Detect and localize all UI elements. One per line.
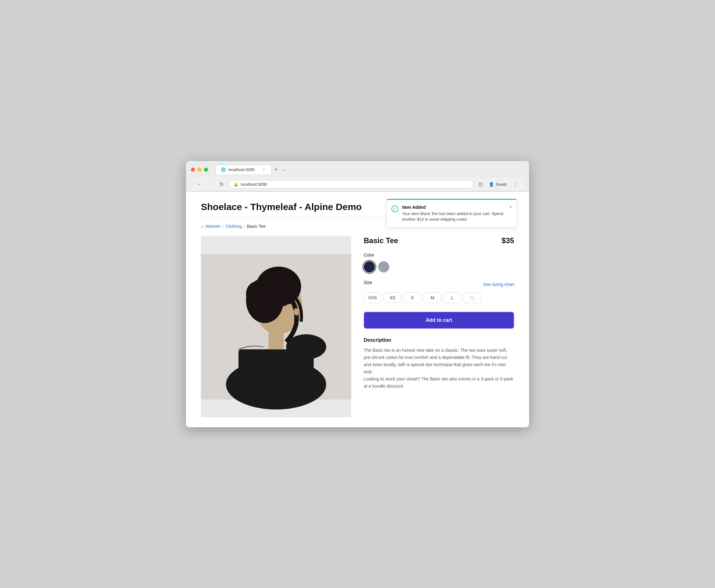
description-section: Description The Basic tee is an honest n…	[364, 337, 514, 390]
product-image	[201, 236, 351, 417]
browser-controls: 🌐 localhost:3000 × + ⌄	[191, 165, 524, 174]
description-text: The Basic tee is an honest new take on a…	[364, 347, 514, 390]
product-price: $35	[502, 236, 514, 245]
size-label: Size	[364, 280, 372, 285]
breadcrumb-home-icon: ⌂	[201, 224, 203, 229]
browser-menu-button[interactable]: ⋮	[512, 180, 519, 189]
svg-point-11	[296, 313, 298, 315]
address-lock-icon: 🔒	[233, 182, 238, 187]
nav-refresh-button[interactable]: ↻	[218, 181, 225, 188]
toast-message: Your item Black Tee has been added to yo…	[402, 211, 505, 222]
toast-check-icon: ✓	[391, 205, 398, 212]
color-label: Color	[364, 252, 514, 257]
browser-tab[interactable]: 🌐 localhost:3000 ×	[216, 165, 272, 174]
toast-close-button[interactable]: ×	[509, 205, 512, 210]
breadcrumb-separator-1: ›	[222, 224, 224, 229]
color-swatch-gray[interactable]	[378, 261, 389, 272]
toast-notification: ✓ Item Added Your item Black Tee has bee…	[386, 199, 517, 228]
address-bar[interactable]: 🔒 localhost:3000	[229, 180, 474, 189]
color-options	[364, 261, 514, 272]
browser-window: 🌐 localhost:3000 × + ⌄ ← → ↻ 🔒 localhost…	[186, 161, 529, 427]
user-icon: 👤	[489, 182, 494, 187]
browser-bookmark-button[interactable]: ⊡	[477, 180, 484, 189]
browser-actions: ⊡ 👤 Guest ⋮	[477, 180, 519, 189]
breadcrumb-clothing-link[interactable]: Clothing	[225, 224, 241, 229]
traffic-light-minimize[interactable]	[197, 168, 201, 172]
size-button-xxs[interactable]: XXS	[364, 292, 381, 303]
size-button-s[interactable]: S	[404, 292, 421, 303]
sizing-chart-link[interactable]: See sizing chart	[483, 282, 514, 287]
size-button-xl: XL	[463, 292, 481, 303]
breadcrumb-separator-2: ›	[244, 224, 245, 229]
browser-titlebar: 🌐 localhost:3000 × + ⌄ ← → ↻ 🔒 localhost…	[186, 161, 529, 192]
traffic-light-close[interactable]	[191, 168, 195, 172]
svg-point-9	[285, 304, 292, 314]
toast-content: Item Added Your item Black Tee has been …	[402, 205, 505, 222]
color-swatch-navy[interactable]	[364, 261, 375, 272]
tab-globe-icon: 🌐	[221, 167, 226, 172]
add-to-cart-button[interactable]: Add to cart	[364, 312, 514, 329]
size-options: XXS XS S M L XL	[364, 292, 514, 303]
tab-close-button[interactable]: ×	[261, 167, 266, 172]
address-url: localhost:3000	[241, 182, 267, 187]
page-content: Shoelace - Thymeleaf - Alpine Demo ⌂ Wom…	[186, 192, 529, 427]
svg-point-12	[286, 334, 326, 359]
toast-title: Item Added	[402, 205, 505, 210]
browser-user-button[interactable]: 👤 Guest	[486, 181, 509, 188]
size-button-m[interactable]: M	[424, 292, 441, 303]
product-name-row: Basic Tee $35	[364, 236, 514, 245]
svg-point-8	[251, 303, 268, 320]
breadcrumb-women-link[interactable]: Women	[205, 224, 220, 229]
user-label: Guest	[496, 182, 506, 187]
traffic-light-maximize[interactable]	[204, 168, 208, 172]
description-title: Description	[364, 337, 514, 343]
svg-point-7	[246, 281, 266, 307]
product-name: Basic Tee	[364, 236, 398, 245]
tab-title: localhost:3000	[229, 167, 255, 172]
product-layout: ✓ Item Added Your item Black Tee has bee…	[201, 236, 514, 417]
breadcrumb-current: Basic Tee	[247, 224, 265, 229]
size-button-xs[interactable]: XS	[384, 292, 401, 303]
nav-back-button[interactable]: ←	[196, 181, 203, 188]
new-tab-button[interactable]: +	[272, 166, 280, 173]
size-section: Size See sizing chart XXS XS S M L XL	[364, 280, 514, 303]
product-image-container	[201, 236, 351, 417]
color-section: Color	[364, 252, 514, 272]
browser-addressbar: ← → ↻ 🔒 localhost:3000 ⊡ 👤 Guest ⋮	[191, 177, 524, 191]
size-label-row: Size See sizing chart	[364, 280, 514, 289]
tab-bar: 🌐 localhost:3000 × + ⌄	[216, 165, 289, 174]
tab-dropdown-button[interactable]: ⌄	[280, 167, 289, 172]
size-button-l[interactable]: L	[443, 292, 461, 303]
nav-forward-button[interactable]: →	[207, 181, 215, 188]
product-info: ✓ Item Added Your item Black Tee has bee…	[364, 236, 514, 417]
